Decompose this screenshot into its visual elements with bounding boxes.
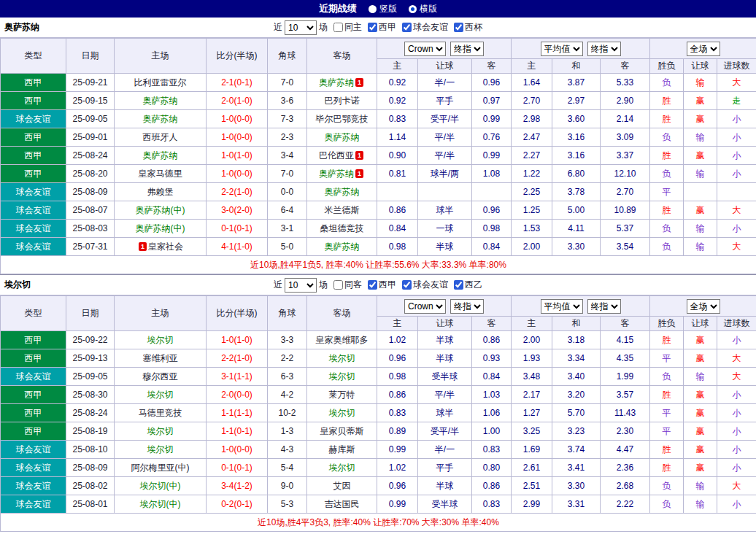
odds-away: 1.00 — [472, 422, 512, 441]
match-row: 球会友谊25-07-311皇家社会4-1(1-0)5-0奥萨苏纳0.98半球0.… — [1, 238, 756, 256]
match-row: 西甲25-09-22埃尔切1-0(1-0)3-3皇家奥维耶多1.02半球0.86… — [1, 331, 756, 349]
result-outcome: 平 — [650, 349, 684, 368]
team-name-text: 埃尔切(中) — [140, 481, 181, 491]
result-goals: 小 — [717, 386, 756, 404]
bookmaker-select-0[interactable]: Crown — [404, 42, 446, 56]
corner-count: 5-3 — [268, 495, 307, 514]
match-count-select[interactable]: 10 — [285, 278, 317, 293]
average-select-1[interactable]: 终指 — [587, 42, 621, 56]
fulltime-select-0[interactable]: 全场 — [687, 42, 720, 56]
average-select-0[interactable]: 平均值 — [541, 42, 583, 56]
avg-draw: 5.70 — [552, 404, 601, 422]
odds-away: 0.83 — [472, 495, 512, 514]
match-score[interactable]: 2-0(0-0) — [207, 386, 268, 404]
filter-option-西乙[interactable]: 西乙 — [454, 279, 482, 291]
avg-draw: 5.00 — [552, 201, 601, 220]
average-select-1[interactable]: 终指 — [587, 299, 621, 314]
match-type: 西甲 — [1, 128, 66, 147]
odds-handicap: 受半球 — [418, 495, 472, 514]
filter-option-球会友谊[interactable]: 球会友谊 — [402, 279, 448, 291]
avg-home: 1.93 — [512, 349, 552, 368]
checkbox-西杯[interactable] — [454, 23, 463, 32]
column-header: 角球 — [268, 296, 307, 331]
filter-option-球会友谊[interactable]: 球会友谊 — [402, 21, 448, 34]
match-score[interactable]: 4-1(1-0) — [207, 238, 268, 256]
bookmaker-select-1[interactable]: 终指 — [450, 42, 484, 56]
match-row: 西甲25-08-30埃尔切2-0(0-0)4-2莱万特0.86平/半1.032.… — [1, 386, 756, 404]
avg-draw: 3.74 — [552, 441, 601, 459]
filter-option-同主[interactable]: 同主 — [333, 21, 362, 34]
avg-away: 3.57 — [601, 386, 650, 404]
checkbox-西甲[interactable] — [368, 280, 377, 290]
checkbox-球会友谊[interactable] — [402, 280, 412, 290]
checkbox-西甲[interactable] — [368, 23, 377, 32]
filter-controls: 近10场同主西甲球会友谊西杯 — [274, 20, 482, 35]
match-row: 西甲25-08-20皇家马德里1-0(0-0)7-0奥萨苏纳10.81球半/两1… — [1, 165, 756, 183]
match-row: 球会友谊25-08-01埃尔切(中)0-2(0-1)5-3吉达国民0.99受半球… — [1, 495, 756, 514]
match-score[interactable]: 1-0(1-0) — [207, 331, 268, 349]
match-score[interactable]: 2-2(1-0) — [207, 349, 268, 368]
match-score[interactable]: 3-4(1-2) — [207, 477, 268, 495]
home-team: 埃尔切 — [115, 331, 207, 349]
match-score[interactable]: 2-1(0-1) — [207, 74, 268, 92]
match-score[interactable]: 3-0(2-0) — [207, 201, 268, 220]
filter-option-西杯[interactable]: 西杯 — [454, 21, 482, 34]
avg-away: 5.37 — [601, 220, 650, 238]
home-team: 埃尔切(中) — [115, 495, 207, 514]
checkbox-同客[interactable] — [333, 280, 343, 290]
match-type: 西甲 — [1, 422, 66, 441]
match-row: 西甲25-08-24马德里竞技1-1(1-1)10-2埃尔切0.83球半1.06… — [1, 404, 756, 422]
avg-away: 2.90 — [601, 92, 650, 110]
home-team: 埃尔切 — [115, 441, 207, 459]
filter-option-同客[interactable]: 同客 — [333, 279, 362, 291]
filter-option-西甲[interactable]: 西甲 — [368, 21, 396, 34]
team-name-text: 奥萨苏纳 — [325, 241, 360, 252]
team-name-text: 莱万特 — [329, 390, 355, 400]
header-row-groups: 类型日期主场比分(半场)角球客场Crown终指平均值终指全场 — [1, 296, 756, 317]
result-outcome: 胜 — [650, 459, 684, 477]
results-table: 类型日期主场比分(半场)角球客场Crown终指平均值终指全场主让球客主和客胜负让… — [0, 38, 756, 274]
filter-option-西甲[interactable]: 西甲 — [368, 279, 396, 291]
filter-controls: 近10场同客西甲球会友谊西乙 — [274, 278, 482, 293]
layout-option-horizontal[interactable]: 横版 — [409, 3, 437, 15]
match-score[interactable]: 1-0(0-0) — [207, 441, 268, 459]
match-score[interactable]: 1-0(0-0) — [207, 128, 268, 147]
avg-home: 1.69 — [512, 441, 552, 459]
checkbox-同主[interactable] — [333, 23, 343, 32]
match-score[interactable]: 2-0(1-0) — [207, 92, 268, 110]
bookmaker-select-1[interactable]: 终指 — [450, 299, 484, 314]
checkbox-西乙[interactable] — [454, 280, 463, 290]
match-score[interactable]: 1-1(0-1) — [207, 422, 268, 441]
match-score[interactable]: 1-1(1-1) — [207, 404, 268, 422]
match-score[interactable]: 1-0(1-0) — [207, 147, 268, 165]
avg-draw: 3.18 — [552, 331, 601, 349]
fulltime-select-0[interactable]: 全场 — [687, 299, 720, 314]
avg-away: 4.15 — [601, 331, 650, 349]
odds-home: 0.92 — [377, 74, 418, 92]
match-score[interactable]: 2-2(1-0) — [207, 183, 268, 201]
result-goals: 小 — [717, 220, 756, 238]
result-goals: 小 — [717, 147, 756, 165]
match-score[interactable]: 1-0(0-0) — [207, 110, 268, 128]
match-count-select[interactable]: 10 — [285, 20, 317, 35]
away-team: 奥萨苏纳 — [307, 128, 377, 147]
result-handicap: 赢 — [684, 92, 717, 110]
layout-option-vertical[interactable]: 竖版 — [369, 3, 397, 15]
match-score[interactable]: 3-1(1-1) — [207, 368, 268, 386]
match-score[interactable]: 0-2(0-1) — [207, 495, 268, 514]
average-select-0[interactable]: 平均值 — [541, 299, 583, 314]
odds-handicap: 受平/半 — [418, 110, 472, 128]
match-score[interactable]: 0-1(0-1) — [207, 220, 268, 238]
team-name-text: 皇家贝蒂斯 — [320, 426, 364, 436]
bookmaker-select-0[interactable]: Crown — [404, 299, 446, 314]
odds-home: 0.92 — [377, 92, 418, 110]
near-label: 近 — [274, 279, 282, 291]
team-name-text: 皇家奥维耶多 — [316, 335, 369, 345]
checkbox-球会友谊[interactable] — [402, 23, 412, 32]
match-score[interactable]: 0-1(0-1) — [207, 459, 268, 477]
subcolumn-header: 主 — [377, 59, 418, 74]
avg-draw: 3.78 — [552, 183, 601, 201]
match-score[interactable]: 1-0(0-0) — [207, 165, 268, 183]
team-name-text: 赫库斯 — [329, 444, 355, 454]
home-team: 比利亚雷亚尔 — [115, 74, 207, 92]
